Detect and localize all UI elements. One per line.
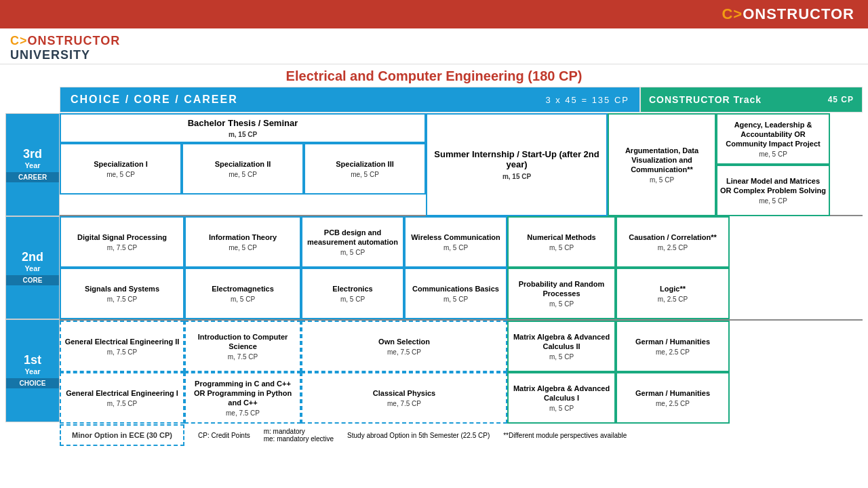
em-cell: Electromagnetics m, 5 CP bbox=[184, 268, 301, 319]
causation-cell: Causation / Correlation** m, 2.5 CP bbox=[616, 216, 730, 268]
year3-num: 3rd bbox=[23, 147, 42, 161]
pcb-cell: PCB design and measurement automation m,… bbox=[301, 216, 404, 268]
footer-m: m: mandatory bbox=[264, 428, 334, 435]
spec2-cell: Specialization II me, 5 CP bbox=[182, 143, 304, 195]
specs-row: Specialization I me, 5 CP Specialization… bbox=[60, 143, 426, 195]
year2-rows: Digital Signal Processing m, 7.5 CP Info… bbox=[60, 216, 863, 321]
footer-different: **Different module perspectives availabl… bbox=[503, 432, 627, 439]
year2-label: Year bbox=[24, 264, 40, 272]
track2-cell: Agency, Leadership & Accountability OR C… bbox=[716, 113, 830, 165]
top-bar: C>ONSTRUCTOR bbox=[0, 0, 868, 28]
footer-me: me: mandatory elective bbox=[264, 435, 334, 443]
track1-cell: Argumentation, Data Visualization and Co… bbox=[608, 113, 716, 216]
year3-left: Bachelor Thesis / Seminar m, 15 CP Speci… bbox=[60, 113, 426, 215]
year3-track-inner: Argumentation, Data Visualization and Co… bbox=[608, 113, 830, 216]
choice-core-career-label: CHOICE / CORE / CAREER bbox=[71, 94, 238, 106]
year3-block: 3rd Year CAREER bbox=[5, 113, 60, 216]
wireless-cell: Wireless Communication m, 5 CP bbox=[404, 216, 507, 268]
year1-row1: General Electrical Engineering II m, 7.5… bbox=[60, 321, 863, 372]
minor-cell: Minor Option in ECE (30 CP) bbox=[60, 424, 184, 446]
dsp-cell: Digital Signal Processing m, 7.5 CP bbox=[60, 216, 184, 268]
track3-cell: Linear Model and Matrices OR Complex Pro… bbox=[716, 165, 830, 216]
num-methods-cell: Numerical Methods m, 5 CP bbox=[507, 216, 616, 268]
prob-random-cell: Probability and Random Processes m, 5 CP bbox=[507, 268, 616, 319]
class-physics-cell: Classical Physics me, 7.5 CP bbox=[301, 372, 507, 424]
year3-row: Bachelor Thesis / Seminar m, 15 CP Speci… bbox=[60, 113, 863, 216]
constructor-track-label: CONSTRUCTOR Track bbox=[649, 94, 762, 105]
logic-cell: Logic** m, 2.5 CP bbox=[616, 268, 730, 319]
year3-sub: CAREER bbox=[6, 172, 59, 182]
year3-label: Year bbox=[24, 161, 40, 169]
footer-text: CP: Credit Points m: mandatory me: manda… bbox=[184, 424, 863, 446]
german1-cell: German / Humanities me, 2.5 CP bbox=[616, 372, 730, 424]
year2-row1: Digital Signal Processing m, 7.5 CP Info… bbox=[60, 216, 863, 268]
footer-cp: CP: Credit Points bbox=[198, 432, 250, 439]
track-right-year3: Agency, Leadership & Accountability OR C… bbox=[716, 113, 830, 216]
spec1-cell: Specialization I me, 5 CP bbox=[60, 143, 182, 195]
constructor-track-header: CONSTRUCTOR Track 45 CP bbox=[640, 87, 863, 113]
year2-row2: Signals and Systems m, 7.5 CP Electromag… bbox=[60, 268, 863, 319]
header: C>ONSTRUCTOR UNIVERSITY bbox=[0, 28, 868, 64]
own-selection-cell: Own Selection me, 7.5 CP bbox=[301, 321, 507, 372]
choice-core-career-header: CHOICE / CORE / CAREER 3 x 45 = 135 CP bbox=[60, 87, 640, 113]
constructor-track-cp: 45 CP bbox=[828, 95, 854, 104]
year1-block: 1st Year CHOICE bbox=[5, 319, 60, 422]
electronics-cell: Electronics m, 5 CP bbox=[301, 268, 404, 319]
gee2-cell: General Electrical Engineering II m, 7.5… bbox=[60, 321, 184, 372]
year1-sub: CHOICE bbox=[6, 378, 59, 388]
thesis-cell: Bachelor Thesis / Seminar m, 15 CP bbox=[60, 113, 426, 143]
year1-label: Year bbox=[24, 367, 40, 375]
comm-basics-cell: Communications Basics m, 5 CP bbox=[404, 268, 507, 319]
prog-c-cell: Programming in C and C++ OR Programming … bbox=[184, 372, 301, 424]
main-content: CHOICE / CORE / CAREER 3 x 45 = 135 CP C… bbox=[0, 87, 868, 446]
year3-track: Argumentation, Data Visualization and Co… bbox=[608, 113, 830, 215]
logo-block: C>ONSTRUCTOR UNIVERSITY bbox=[10, 34, 120, 62]
curriculum-grid: 3rd Year CAREER 2nd Year CORE 1st Year C… bbox=[5, 113, 863, 424]
mat-alg2-cell: Matrix Algebra & Advanced Calculus II m,… bbox=[507, 321, 616, 372]
courses-area: Bachelor Thesis / Seminar m, 15 CP Speci… bbox=[60, 113, 863, 424]
year2-num: 2nd bbox=[22, 250, 43, 264]
year1-row2: General Electrical Engineering I m, 7.5 … bbox=[60, 372, 863, 424]
mat-alg1-cell: Matrix Algebra & Advanced Calculus I m, … bbox=[507, 372, 616, 424]
footer-row: Minor Option in ECE (30 CP) CP: Credit P… bbox=[60, 424, 863, 446]
intro-cs-cell: Introduction to Computer Science m, 7.5 … bbox=[184, 321, 301, 372]
year-column: 3rd Year CAREER 2nd Year CORE 1st Year C… bbox=[5, 113, 60, 424]
info-theory-cell: Information Theory me, 5 CP bbox=[184, 216, 301, 268]
signals-cell: Signals and Systems m, 7.5 CP bbox=[60, 268, 184, 319]
year2-sub: CORE bbox=[6, 275, 59, 285]
german2-cell: German / Humanities me, 2.5 CP bbox=[616, 321, 730, 372]
choice-cp-label: 3 x 45 = 135 CP bbox=[545, 95, 629, 105]
spec3-cell: Specialization III me, 5 CP bbox=[304, 143, 426, 195]
page-title: Electrical and Computer Engineering (180… bbox=[0, 64, 868, 87]
logo-bottom: UNIVERSITY bbox=[10, 48, 120, 62]
year1-num: 1st bbox=[24, 353, 41, 367]
internship-cell: Summer Internship / Start-Up (after 2nd … bbox=[426, 113, 608, 216]
footer-m-me: m: mandatory me: mandatory elective bbox=[264, 428, 334, 443]
logo-top: C>ONSTRUCTOR bbox=[10, 34, 120, 48]
section-headers: CHOICE / CORE / CAREER 3 x 45 = 135 CP C… bbox=[60, 87, 863, 113]
footer-study-abroad: Study abroad Option in 5th Semester (22.… bbox=[347, 432, 490, 439]
gee1-cell: General Electrical Engineering I m, 7.5 … bbox=[60, 372, 184, 424]
year2-block: 2nd Year CORE bbox=[5, 216, 60, 319]
year1-rows: General Electrical Engineering II m, 7.5… bbox=[60, 321, 863, 424]
top-logo: C>ONSTRUCTOR bbox=[722, 5, 854, 23]
